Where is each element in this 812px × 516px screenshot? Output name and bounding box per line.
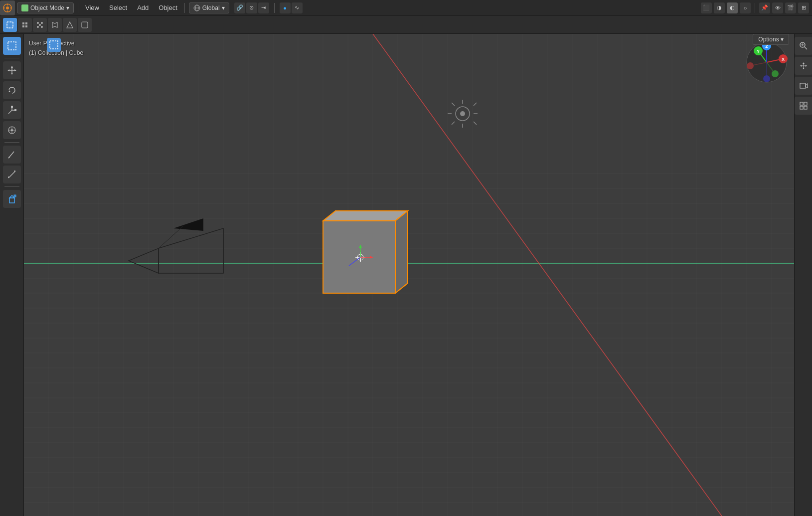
overlay-group: ● ∿ — [278, 2, 305, 13]
snap-group: 🔗 ⊙ ⇥ — [232, 2, 271, 13]
strip-icon-4[interactable] — [48, 18, 62, 32]
left-toolbar — [0, 34, 24, 516]
menu-object[interactable]: Object — [154, 0, 182, 16]
svg-marker-28 — [8, 90, 10, 92]
svg-marker-24 — [11, 66, 13, 68]
svg-point-160 — [747, 62, 754, 69]
svg-rect-20 — [82, 22, 88, 28]
options-button[interactable]: Options ▾ — [753, 34, 789, 45]
viewport-shading-2[interactable]: ◑ — [714, 2, 725, 13]
header-icon-view[interactable]: 👁 — [772, 2, 783, 13]
camera-view-btn[interactable] — [795, 77, 812, 95]
annotate-tool-btn[interactable] — [3, 146, 21, 164]
svg-rect-43 — [9, 198, 14, 203]
svg-line-31 — [8, 110, 12, 114]
scale-tool-btn[interactable] — [3, 101, 21, 119]
svg-point-162 — [772, 70, 779, 77]
viewport-shading-4[interactable]: ○ — [740, 2, 751, 13]
sep3 — [274, 3, 275, 13]
svg-rect-13 — [25, 25, 27, 27]
measure-tool-btn[interactable] — [3, 166, 21, 183]
svg-point-37 — [11, 129, 13, 131]
snap-options-btn[interactable]: ⇥ — [258, 2, 269, 13]
svg-rect-12 — [22, 25, 24, 27]
svg-rect-50 — [24, 34, 794, 516]
menu-select[interactable]: Select — [104, 0, 132, 16]
header-icon-render[interactable]: 🎬 — [785, 2, 796, 13]
svg-text:X: X — [782, 57, 785, 62]
menu-add[interactable]: Add — [132, 0, 154, 16]
global-selector[interactable]: Global ▾ — [189, 2, 229, 13]
add-cube-tool-btn[interactable] — [3, 190, 21, 208]
viewport-shading-3[interactable]: ◐ — [727, 2, 738, 13]
svg-rect-138 — [50, 41, 58, 49]
active-tool-indicator — [47, 38, 61, 52]
strip-icon-6[interactable] — [78, 18, 92, 32]
snap-btn[interactable]: 🔗 — [234, 2, 245, 13]
strip-icon-5[interactable] — [63, 18, 77, 32]
right-panel — [794, 34, 812, 516]
svg-point-14 — [37, 22, 39, 24]
svg-rect-147 — [800, 106, 803, 109]
pan-btn[interactable] — [795, 57, 812, 75]
svg-point-17 — [41, 26, 43, 28]
svg-rect-11 — [25, 22, 27, 24]
svg-rect-145 — [800, 102, 803, 105]
curve-btn[interactable]: ∿ — [292, 2, 303, 13]
svg-line-140 — [805, 47, 807, 49]
strip-icon-3[interactable] — [33, 18, 47, 32]
toolbar-sep-1 — [4, 58, 19, 58]
top-menu-bar: Object Mode ▾ View Select Add Object Glo… — [0, 0, 812, 16]
svg-point-18 — [39, 24, 41, 26]
svg-rect-143 — [800, 83, 806, 88]
svg-point-164 — [763, 75, 770, 82]
svg-point-15 — [41, 22, 43, 24]
viewport-shading-1[interactable]: ⬛ — [701, 2, 712, 13]
svg-line-40 — [8, 171, 15, 178]
sep4 — [755, 3, 755, 13]
object-mode-selector[interactable]: Object Mode ▾ — [17, 2, 74, 13]
sep1 — [78, 3, 78, 13]
rotate-tool-btn[interactable] — [3, 81, 21, 99]
proportional-btn[interactable]: ⊙ — [246, 2, 257, 13]
header-icon-pin[interactable]: 📌 — [759, 2, 770, 13]
zoom-btn[interactable] — [795, 37, 812, 55]
sep2 — [184, 3, 185, 13]
svg-rect-21 — [8, 42, 16, 50]
header-icon-extra[interactable]: ⊞ — [798, 2, 809, 13]
svg-text:Y: Y — [757, 49, 760, 54]
svg-marker-19 — [67, 22, 73, 28]
menu-view[interactable]: View — [80, 0, 104, 16]
toolbar-sep-2 — [4, 142, 19, 143]
svg-rect-10 — [22, 22, 24, 24]
3d-viewport[interactable]: User Perspective (1) Collection | Cube — [24, 34, 794, 516]
svg-marker-144 — [806, 84, 808, 88]
svg-marker-125 — [323, 211, 408, 221]
svg-marker-126 — [395, 211, 408, 293]
svg-point-1 — [6, 6, 9, 9]
svg-rect-32 — [11, 106, 13, 108]
svg-marker-27 — [14, 69, 16, 71]
svg-point-117 — [460, 111, 465, 116]
select-tool-btn[interactable] — [3, 37, 21, 55]
transform-tool-btn[interactable] — [3, 121, 21, 139]
overlay-circle-btn[interactable]: ● — [280, 2, 291, 13]
svg-rect-9 — [7, 22, 13, 28]
viewport-grid — [24, 34, 794, 516]
toolbar-sep-3 — [4, 186, 19, 187]
move-tool-btn[interactable] — [3, 61, 21, 79]
grid-view-btn[interactable] — [795, 97, 812, 115]
navigation-gizmo[interactable]: X Z Y — [744, 40, 789, 85]
svg-marker-26 — [7, 69, 9, 71]
svg-marker-25 — [11, 73, 13, 75]
svg-rect-146 — [804, 102, 807, 105]
strip-icon-2[interactable] — [18, 18, 32, 32]
strip-select-box[interactable] — [3, 18, 17, 32]
svg-rect-33 — [14, 109, 16, 111]
header-icon-strip — [0, 16, 812, 34]
svg-rect-148 — [804, 106, 807, 109]
blender-logo-btn[interactable] — [0, 0, 15, 15]
svg-point-16 — [37, 26, 39, 28]
svg-line-38 — [9, 152, 14, 158]
